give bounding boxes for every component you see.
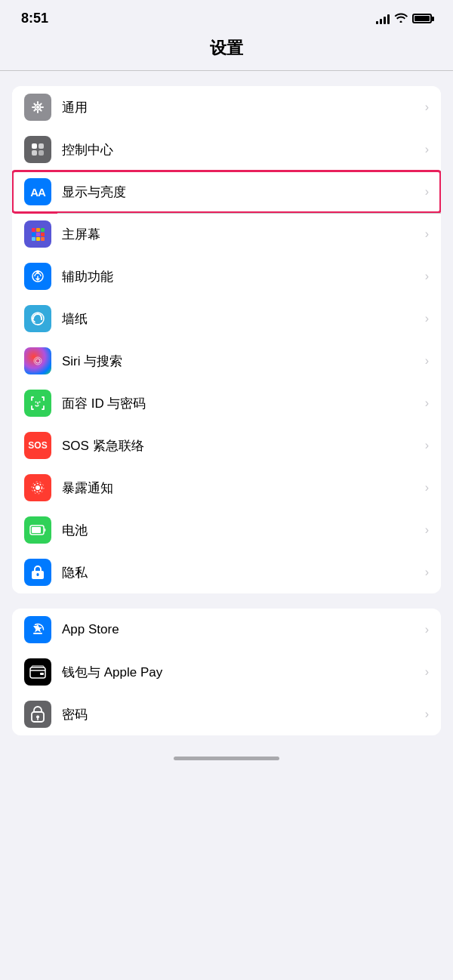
battery-chevron: › (425, 523, 429, 537)
svg-rect-12 (32, 237, 35, 241)
settings-item-sos[interactable]: SOS SOS 紧急联络 › (12, 424, 441, 467)
privacy-chevron: › (425, 566, 429, 579)
battery-icon (412, 14, 432, 23)
svg-rect-9 (32, 233, 35, 236)
homescreen-label: 主屏幕 (62, 226, 425, 243)
svg-rect-14 (41, 237, 45, 241)
settings-item-battery[interactable]: 电池 › (12, 509, 441, 551)
passwords-icon (24, 701, 51, 728)
general-icon (24, 94, 51, 121)
sos-chevron: › (425, 439, 429, 452)
svg-rect-11 (41, 233, 45, 236)
exposure-chevron: › (425, 481, 429, 495)
status-icons (376, 12, 432, 25)
svg-point-22 (35, 485, 40, 490)
wallpaper-chevron: › (425, 312, 429, 325)
accessibility-icon (24, 263, 51, 290)
svg-point-20 (35, 402, 37, 403)
home-bar (174, 757, 279, 760)
homescreen-chevron: › (425, 227, 429, 241)
svg-rect-13 (36, 237, 40, 241)
siri-icon (24, 347, 51, 374)
siri-chevron: › (425, 354, 429, 368)
exposure-icon (24, 474, 51, 501)
display-chevron: › (425, 185, 429, 199)
general-label: 通用 (62, 99, 425, 116)
settings-item-appstore[interactable]: App Store › (12, 609, 441, 651)
wallpaper-label: 墙纸 (62, 310, 425, 328)
svg-rect-4 (32, 150, 37, 156)
svg-rect-8 (41, 228, 45, 232)
appstore-chevron: › (425, 623, 429, 636)
settings-item-wallet[interactable]: 钱包与 Apple Pay › (12, 651, 441, 693)
settings-item-display[interactable]: AA 显示与亮度 › (12, 171, 441, 213)
display-icon: AA (24, 178, 51, 205)
accessibility-chevron: › (425, 270, 429, 283)
sos-label: SOS 紧急联络 (62, 437, 425, 455)
settings-item-siri[interactable]: Siri 与搜索 › (12, 340, 441, 382)
section-divider (0, 70, 453, 71)
homescreen-icon (24, 220, 51, 248)
svg-point-19 (35, 359, 40, 363)
appstore-icon (24, 616, 51, 643)
wifi-icon (394, 12, 408, 25)
wallet-label: 钱包与 Apple Pay (62, 664, 425, 681)
exposure-label: 暴露通知 (62, 479, 425, 497)
signal-icon (376, 14, 390, 24)
svg-rect-26 (32, 527, 41, 533)
accessibility-label: 辅助功能 (62, 268, 425, 285)
battery-settings-icon (24, 516, 51, 544)
control-center-label: 控制中心 (62, 141, 425, 159)
sos-icon: SOS (24, 432, 51, 459)
svg-rect-2 (32, 143, 37, 149)
settings-item-accessibility[interactable]: 辅助功能 › (12, 255, 441, 297)
svg-rect-7 (36, 228, 40, 232)
general-chevron: › (425, 100, 429, 114)
passwords-label: 密码 (62, 706, 425, 723)
siri-label: Siri 与搜索 (62, 353, 425, 370)
svg-rect-30 (40, 673, 44, 675)
wallet-chevron: › (425, 665, 429, 679)
faceid-chevron: › (425, 396, 429, 410)
home-indicator (0, 750, 453, 763)
page-title: 设置 (0, 37, 453, 60)
settings-item-passwords[interactable]: 密码 › (12, 693, 441, 735)
faceid-icon (24, 390, 51, 417)
settings-item-control-center[interactable]: 控制中心 › (12, 128, 441, 171)
svg-rect-10 (36, 233, 40, 236)
page-title-bar: 设置 (0, 31, 453, 70)
display-label: 显示与亮度 (62, 183, 425, 201)
faceid-label: 面容 ID 与密码 (62, 395, 425, 412)
passwords-chevron: › (425, 707, 429, 721)
wallet-icon (24, 658, 51, 686)
status-time: 8:51 (21, 11, 48, 26)
settings-item-general[interactable]: 通用 › (12, 86, 441, 128)
svg-rect-28 (37, 573, 39, 576)
svg-rect-6 (32, 228, 35, 232)
control-center-chevron: › (425, 143, 429, 156)
settings-group-2: App Store › 钱包与 Apple Pay › 密码 › (12, 609, 441, 735)
svg-rect-5 (39, 150, 44, 156)
settings-group-1: 通用 › 控制中心 › AA 显示与亮度 › (12, 86, 441, 593)
svg-point-21 (39, 402, 41, 403)
settings-item-wallpaper[interactable]: 墙纸 › (12, 297, 441, 340)
settings-item-privacy[interactable]: 隐私 › (12, 551, 441, 593)
battery-label: 电池 (62, 522, 425, 539)
settings-item-exposure[interactable]: 暴露通知 › (12, 467, 441, 509)
privacy-icon (24, 559, 51, 586)
svg-rect-3 (39, 143, 44, 149)
appstore-label: App Store (62, 622, 425, 637)
control-center-icon (24, 136, 51, 163)
svg-point-0 (36, 106, 39, 109)
settings-item-faceid[interactable]: 面容 ID 与密码 › (12, 382, 441, 424)
status-bar: 8:51 (0, 0, 453, 31)
settings-item-homescreen[interactable]: 主屏幕 › (12, 213, 441, 255)
privacy-label: 隐私 (62, 564, 425, 581)
wallpaper-icon (24, 305, 51, 332)
